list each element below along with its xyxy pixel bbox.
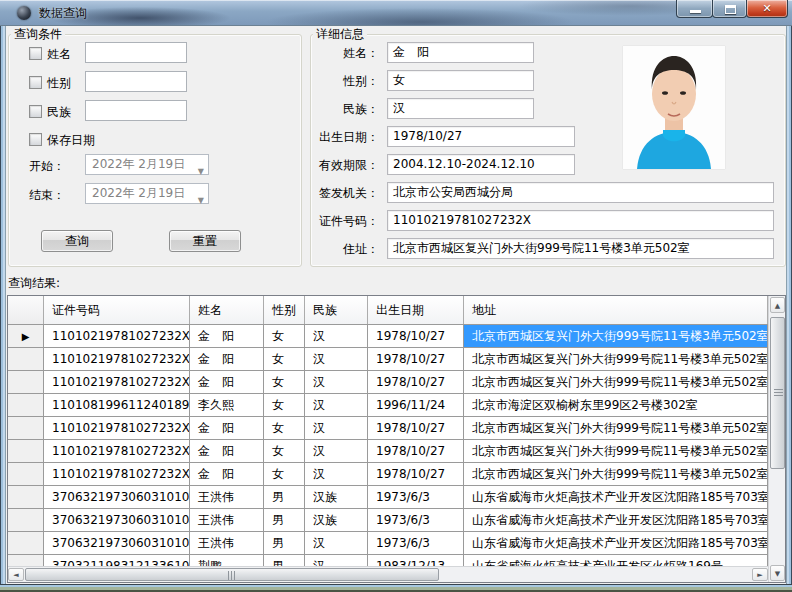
cell-birthdate[interactable]: 1978/10/27 — [368, 371, 464, 394]
cell-birthdate[interactable]: 1978/10/27 — [368, 440, 464, 463]
cell-address[interactable]: 北京市西城区复兴门外大街999号院11号楼3单元502室 — [464, 325, 768, 348]
table-row[interactable]: 370632197306031010王洪伟男汉族1973/6/3山东省威海市火炬… — [8, 486, 768, 509]
cell-ethnicity[interactable]: 汉 — [305, 555, 368, 566]
row-selector-cell[interactable]: ▶ — [8, 325, 44, 348]
cell-address[interactable]: 北京市西城区复兴门外大街999号院11号楼3单元502室 — [464, 440, 768, 463]
cell-ethnicity[interactable]: 汉 — [305, 371, 368, 394]
cell-name[interactable]: 金 阳 — [190, 417, 264, 440]
table-row[interactable]: ▶11010219781027232X金 阳女汉1978/10/27北京市西城区… — [8, 325, 768, 348]
horizontal-scrollbar-thumb[interactable] — [25, 568, 439, 581]
header-gender[interactable]: 性别 — [264, 296, 305, 324]
cell-address[interactable]: 北京市西城区复兴门外大街999号院11号楼3单元502室 — [464, 417, 768, 440]
cell-ethnicity[interactable]: 汉族 — [305, 509, 368, 532]
cell-ethnicity[interactable]: 汉 — [305, 463, 368, 486]
scroll-right-icon[interactable]: ► — [752, 568, 768, 581]
name-checkbox[interactable] — [29, 47, 42, 60]
table-row[interactable]: 11010219781027232X金 阳女汉1978/10/27北京市西城区复… — [8, 371, 768, 394]
gender-checkbox[interactable] — [29, 76, 42, 89]
cell-birthdate[interactable]: 1973/6/3 — [368, 532, 464, 555]
chevron-down-icon[interactable]: ▼ — [198, 191, 204, 210]
cell-gender[interactable]: 男 — [264, 509, 305, 532]
cell-gender[interactable]: 女 — [264, 371, 305, 394]
table-row[interactable]: 11010219781027232X金 阳女汉1978/10/27北京市西城区复… — [8, 440, 768, 463]
cell-name[interactable]: 王洪伟 — [190, 509, 264, 532]
cell-name[interactable]: 王洪伟 — [190, 486, 264, 509]
ethnicity-input[interactable] — [85, 100, 187, 121]
cell-address[interactable]: 北京市西城区复兴门外大街999号院11号楼3单元502室 — [464, 348, 768, 371]
save-date-checkbox[interactable] — [29, 133, 42, 146]
cell-birthdate[interactable]: 1978/10/27 — [368, 417, 464, 440]
row-selector-cell[interactable] — [8, 509, 44, 532]
row-selector-cell[interactable] — [8, 394, 44, 417]
row-selector-cell[interactable] — [8, 486, 44, 509]
cell-gender[interactable]: 女 — [264, 463, 305, 486]
header-name[interactable]: 姓名 — [190, 296, 264, 324]
minimize-button[interactable] — [676, 0, 713, 18]
cell-gender[interactable]: 男 — [264, 555, 305, 566]
table-row[interactable]: 11010219781027232X金 阳女汉1978/10/27北京市西城区复… — [8, 463, 768, 486]
row-selector-cell[interactable] — [8, 532, 44, 555]
cell-name[interactable]: 金 阳 — [190, 440, 264, 463]
header-ethnicity[interactable]: 民族 — [305, 296, 368, 324]
cell-id[interactable]: 370632197306031010 — [44, 532, 190, 555]
scroll-up-icon[interactable]: ▲ — [770, 297, 785, 313]
cell-birthdate[interactable]: 1983/12/13 — [368, 555, 464, 566]
table-row[interactable]: 110108199611240189李久熙女汉1996/11/24北京市海淀区双… — [8, 394, 768, 417]
cell-ethnicity[interactable]: 汉 — [305, 348, 368, 371]
cell-gender[interactable]: 男 — [264, 532, 305, 555]
cell-birthdate[interactable]: 1978/10/27 — [368, 463, 464, 486]
titlebar[interactable]: 数据查询 ✕ — [0, 0, 792, 26]
table-row[interactable]: 370632197306031010王洪伟男汉族1973/6/3山东省威海市火炬… — [8, 509, 768, 532]
start-date-picker[interactable]: 2022年 2月19日 ▼ — [85, 154, 209, 175]
header-idnumber[interactable]: 证件号码 — [44, 296, 190, 324]
cell-gender[interactable]: 女 — [264, 394, 305, 417]
cell-name[interactable]: 金 阳 — [190, 325, 264, 348]
cell-ethnicity[interactable]: 汉 — [305, 325, 368, 348]
cell-id[interactable]: 370632197306031010 — [44, 509, 190, 532]
cell-name[interactable]: 王洪伟 — [190, 532, 264, 555]
cell-name[interactable]: 金 阳 — [190, 371, 264, 394]
table-row[interactable]: 370321198312133610荆鹏男汉1983/12/13山东省威海火炬高… — [8, 555, 768, 566]
reset-button[interactable]: 重置 — [169, 230, 241, 252]
table-row[interactable]: 11010219781027232X金 阳女汉1978/10/27北京市西城区复… — [8, 348, 768, 371]
cell-birthdate[interactable]: 1996/11/24 — [368, 394, 464, 417]
cell-ethnicity[interactable]: 汉 — [305, 532, 368, 555]
cell-birthdate[interactable]: 1973/6/3 — [368, 509, 464, 532]
cell-birthdate[interactable]: 1978/10/27 — [368, 325, 464, 348]
table-row[interactable]: 370632197306031010王洪伟男汉1973/6/3山东省威海市火炬高… — [8, 532, 768, 555]
cell-id[interactable]: 370321198312133610 — [44, 555, 190, 566]
cell-name[interactable]: 金 阳 — [190, 463, 264, 486]
chevron-down-icon[interactable]: ▼ — [198, 162, 204, 181]
cell-name[interactable]: 李久熙 — [190, 394, 264, 417]
cell-id[interactable]: 11010219781027232X — [44, 325, 190, 348]
vertical-scrollbar-thumb[interactable] — [770, 317, 785, 469]
row-selector-cell[interactable] — [8, 348, 44, 371]
cell-ethnicity[interactable]: 汉 — [305, 440, 368, 463]
cell-birthdate[interactable]: 1973/6/3 — [368, 486, 464, 509]
cell-ethnicity[interactable]: 汉 — [305, 417, 368, 440]
cell-ethnicity[interactable]: 汉 — [305, 394, 368, 417]
cell-address[interactable]: 北京市海淀区双榆树东里99区2号楼302室 — [464, 394, 768, 417]
cell-address[interactable]: 山东省威海市火炬高技术产业开发区沈阳路185号703室 — [464, 532, 768, 555]
cell-id[interactable]: 11010219781027232X — [44, 371, 190, 394]
maximize-button[interactable] — [712, 0, 747, 18]
row-selector-cell[interactable] — [8, 440, 44, 463]
cell-id[interactable]: 11010219781027232X — [44, 348, 190, 371]
cell-id[interactable]: 370632197306031010 — [44, 486, 190, 509]
scroll-left-icon[interactable]: ◄ — [8, 568, 24, 581]
horizontal-scrollbar[interactable]: ◄ ► — [8, 566, 768, 582]
row-selector-cell[interactable] — [8, 463, 44, 486]
ethnicity-checkbox[interactable] — [29, 105, 42, 118]
header-address[interactable]: 地址 — [464, 296, 768, 324]
cell-address[interactable]: 山东省威海火炬高技术产业开发区火炬路169号 — [464, 555, 768, 566]
cell-gender[interactable]: 女 — [264, 417, 305, 440]
name-input[interactable] — [85, 42, 187, 63]
cell-gender[interactable]: 女 — [264, 325, 305, 348]
cell-address[interactable]: 山东省威海市火炬高技术产业开发区沈阳路185号703室 — [464, 509, 768, 532]
cell-birthdate[interactable]: 1978/10/27 — [368, 348, 464, 371]
cell-address[interactable]: 北京市西城区复兴门外大街999号院11号楼3单元502室 — [464, 463, 768, 486]
cell-id[interactable]: 11010219781027232X — [44, 417, 190, 440]
cell-id[interactable]: 11010219781027232X — [44, 440, 190, 463]
end-date-picker[interactable]: 2022年 2月19日 ▼ — [85, 183, 209, 204]
close-button[interactable]: ✕ — [746, 0, 788, 18]
